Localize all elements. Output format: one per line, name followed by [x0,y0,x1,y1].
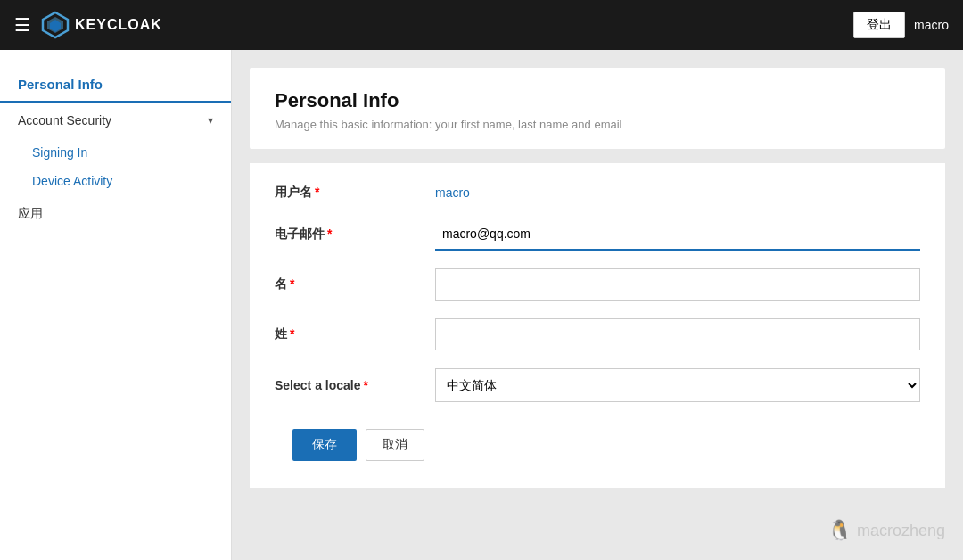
sidebar-subitems: Signing In Device Activity [0,138,231,195]
watermark: 🐧 macrozheng [827,519,945,542]
cancel-button[interactable]: 取消 [366,429,424,461]
save-button[interactable]: 保存 [292,429,357,461]
logo-text: KEYCLOAK [75,17,162,33]
header-left: ☰ KEYCLOAK [14,11,162,39]
keycloak-logo-icon [41,11,70,39]
header: ☰ KEYCLOAK 登出 macro [0,0,963,50]
menu-icon[interactable]: ☰ [14,14,30,36]
chevron-down-icon: ▾ [208,114,213,127]
logo: KEYCLOAK [41,11,162,39]
email-field[interactable] [435,218,920,251]
required-star-locale: * [364,378,368,392]
last-name-label: 姓* [275,326,435,342]
form-actions: 保存 取消 [275,429,920,479]
username-label: 用户名* [275,185,435,201]
content-area: Personal Info Manage this basic informat… [232,50,963,560]
main-layout: Personal Info Account Security ▾ Signing… [0,50,963,560]
username-value: macro [435,185,470,200]
page-subtitle: Manage this basic information: your firs… [275,118,920,131]
first-name-field[interactable] [435,268,920,301]
watermark-icon: 🐧 [827,519,852,542]
sidebar-account-security-label: Account Security [18,113,111,128]
first-name-label: 名* [275,276,435,292]
sidebar-item-personal-info[interactable]: Personal Info [0,68,231,103]
email-label: 电子邮件* [275,226,435,243]
required-star: * [315,185,319,199]
sidebar-item-signing-in[interactable]: Signing In [0,138,231,167]
locale-row: Select a locale* 中文简体 English 日本語 한국어 [275,368,920,402]
email-row: 电子邮件* [275,218,920,251]
page-title: Personal Info [275,89,920,112]
first-name-row: 名* [275,268,920,301]
locale-select[interactable]: 中文简体 English 日本語 한국어 [435,368,920,402]
sidebar-item-apps[interactable]: 应用 [0,195,231,233]
header-right: 登出 macro [853,12,949,38]
last-name-field[interactable] [435,318,920,350]
title-card: Personal Info Manage this basic informat… [250,68,945,149]
required-star-lastname: * [290,326,294,341]
username-row: 用户名* macro [275,185,920,201]
header-username: macro [914,18,949,32]
sidebar-item-device-activity[interactable]: Device Activity [0,167,231,195]
sidebar-item-account-security[interactable]: Account Security ▾ [0,103,231,138]
locale-label: Select a locale* [275,378,435,392]
required-star-email: * [327,226,332,241]
sidebar: Personal Info Account Security ▾ Signing… [0,50,232,560]
watermark-text: macrozheng [857,522,945,540]
required-star-firstname: * [290,276,294,291]
last-name-row: 姓* [275,318,920,350]
logout-button[interactable]: 登出 [853,12,905,38]
